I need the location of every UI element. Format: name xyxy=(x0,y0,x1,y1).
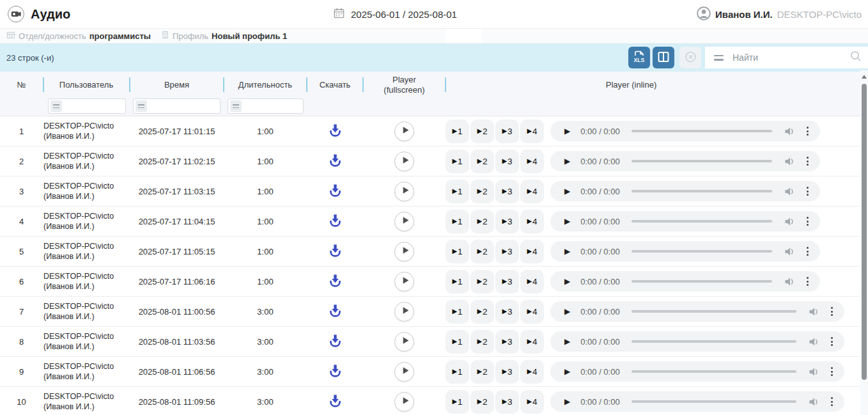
play-speed-3-button[interactable]: ▶3 xyxy=(495,180,519,203)
vertical-scrollbar[interactable] xyxy=(860,70,868,415)
download-button[interactable] xyxy=(327,152,343,170)
play-icon[interactable]: ▶ xyxy=(564,187,570,195)
player-menu-icon[interactable] xyxy=(830,336,834,347)
volume-icon[interactable] xyxy=(784,155,796,168)
download-button[interactable] xyxy=(327,272,343,290)
play-speed-4-button[interactable]: ▶4 xyxy=(520,300,544,324)
player-seek-bar[interactable] xyxy=(632,340,796,343)
player-menu-icon[interactable] xyxy=(805,155,810,167)
player-seek-bar[interactable] xyxy=(632,160,772,162)
player-seek-bar[interactable] xyxy=(632,280,772,283)
profile-filter[interactable]: Профиль Новый профиль 1 xyxy=(161,31,287,41)
columns-settings-button[interactable] xyxy=(653,47,674,68)
play-speed-3-button[interactable]: ▶3 xyxy=(495,390,519,414)
play-speed-1-button[interactable]: ▶1 xyxy=(446,120,469,143)
play-speed-2-button[interactable]: ▶2 xyxy=(470,240,494,263)
play-fullscreen-button[interactable] xyxy=(394,182,414,201)
search-input[interactable] xyxy=(731,52,849,63)
search-icon[interactable] xyxy=(849,50,862,65)
play-speed-2-button[interactable]: ▶2 xyxy=(470,150,494,173)
play-speed-1-button[interactable]: ▶1 xyxy=(446,390,469,414)
play-icon[interactable]: ▶ xyxy=(564,247,570,255)
download-button[interactable] xyxy=(327,363,343,380)
player-menu-icon[interactable] xyxy=(805,125,810,137)
play-icon[interactable]: ▶ xyxy=(564,368,570,375)
play-speed-1-button[interactable]: ▶1 xyxy=(446,360,469,384)
date-range-filter[interactable]: 2025-06-01 / 2025-08-01 xyxy=(333,0,457,28)
scrollbar-thumb[interactable] xyxy=(862,84,867,380)
play-fullscreen-button[interactable] xyxy=(394,272,414,292)
play-speed-1-button[interactable]: ▶1 xyxy=(446,180,469,203)
play-fullscreen-button[interactable] xyxy=(394,121,414,141)
department-filter[interactable]: Отдел/должность программисты xyxy=(6,31,151,42)
play-icon[interactable]: ▶ xyxy=(564,127,570,135)
download-button[interactable] xyxy=(327,333,343,350)
play-speed-4-button[interactable]: ▶4 xyxy=(520,360,544,384)
play-fullscreen-button[interactable] xyxy=(394,152,414,171)
search-mode-icon[interactable] xyxy=(714,55,724,61)
play-speed-3-button[interactable]: ▶3 xyxy=(495,150,519,173)
play-speed-2-button[interactable]: ▶2 xyxy=(470,180,494,203)
download-button[interactable] xyxy=(327,212,343,230)
volume-icon[interactable] xyxy=(808,396,820,408)
player-menu-icon[interactable] xyxy=(830,396,834,407)
play-speed-3-button[interactable]: ▶3 xyxy=(495,210,519,233)
player-seek-bar[interactable] xyxy=(632,250,772,253)
play-speed-1-button[interactable]: ▶1 xyxy=(446,150,469,173)
duration-filter-input[interactable] xyxy=(228,98,304,114)
play-fullscreen-button[interactable] xyxy=(394,362,414,382)
player-menu-icon[interactable] xyxy=(805,246,810,257)
play-speed-2-button[interactable]: ▶2 xyxy=(470,210,494,233)
player-seek-bar[interactable] xyxy=(632,130,772,132)
time-filter-input[interactable] xyxy=(133,98,221,114)
player-seek-bar[interactable] xyxy=(632,220,772,223)
player-menu-icon[interactable] xyxy=(830,306,834,317)
download-button[interactable] xyxy=(327,182,343,200)
play-icon[interactable]: ▶ xyxy=(564,157,570,165)
scroll-up-arrow-icon[interactable] xyxy=(862,75,867,79)
play-speed-2-button[interactable]: ▶2 xyxy=(470,120,494,143)
volume-icon[interactable] xyxy=(808,306,820,318)
volume-icon[interactable] xyxy=(784,246,796,258)
play-speed-3-button[interactable]: ▶3 xyxy=(495,330,519,354)
download-button[interactable] xyxy=(327,242,343,260)
download-button[interactable] xyxy=(327,122,343,140)
user-filter-input[interactable] xyxy=(48,98,126,114)
play-icon[interactable]: ▶ xyxy=(564,398,570,405)
play-speed-3-button[interactable]: ▶3 xyxy=(495,300,519,324)
play-fullscreen-button[interactable] xyxy=(394,302,414,322)
play-icon[interactable]: ▶ xyxy=(564,338,570,345)
player-seek-bar[interactable] xyxy=(632,190,772,192)
volume-icon[interactable] xyxy=(808,366,820,378)
play-speed-4-button[interactable]: ▶4 xyxy=(520,390,544,414)
download-button[interactable] xyxy=(327,393,343,411)
play-speed-4-button[interactable]: ▶4 xyxy=(520,330,544,354)
play-speed-4-button[interactable]: ▶4 xyxy=(520,240,544,263)
play-speed-3-button[interactable]: ▶3 xyxy=(495,240,519,263)
clear-filter-button-disabled[interactable] xyxy=(679,47,701,68)
play-speed-2-button[interactable]: ▶2 xyxy=(470,330,494,354)
export-xls-button[interactable]: XLS xyxy=(628,47,650,68)
play-speed-2-button[interactable]: ▶2 xyxy=(470,360,494,384)
play-icon[interactable]: ▶ xyxy=(564,217,570,225)
player-menu-icon[interactable] xyxy=(805,185,810,197)
play-speed-4-button[interactable]: ▶4 xyxy=(520,180,544,203)
play-icon[interactable]: ▶ xyxy=(564,278,570,285)
play-speed-4-button[interactable]: ▶4 xyxy=(520,120,544,143)
play-speed-4-button[interactable]: ▶4 xyxy=(520,150,544,173)
download-button[interactable] xyxy=(327,302,343,320)
play-speed-1-button[interactable]: ▶1 xyxy=(446,300,469,324)
play-speed-3-button[interactable]: ▶3 xyxy=(495,360,519,384)
volume-icon[interactable] xyxy=(808,336,820,348)
player-menu-icon[interactable] xyxy=(805,276,810,287)
play-speed-2-button[interactable]: ▶2 xyxy=(470,390,494,414)
play-speed-1-button[interactable]: ▶1 xyxy=(446,270,469,294)
volume-icon[interactable] xyxy=(784,215,796,228)
player-seek-bar[interactable] xyxy=(632,400,796,403)
play-speed-1-button[interactable]: ▶1 xyxy=(446,210,469,233)
play-fullscreen-button[interactable] xyxy=(394,212,414,231)
player-menu-icon[interactable] xyxy=(830,366,834,377)
play-speed-3-button[interactable]: ▶3 xyxy=(495,270,519,294)
play-speed-4-button[interactable]: ▶4 xyxy=(520,270,544,294)
player-seek-bar[interactable] xyxy=(632,370,796,373)
